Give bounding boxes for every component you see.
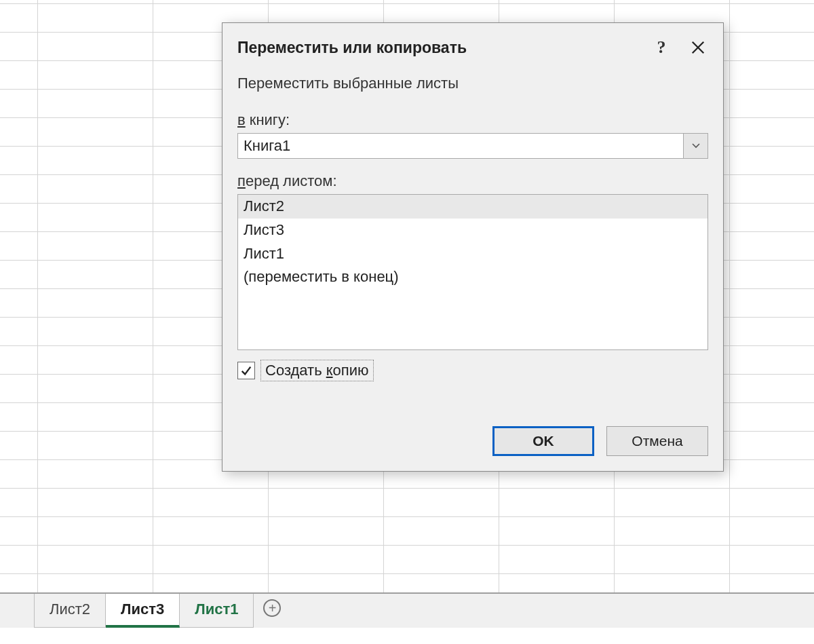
dialog-body: Переместить выбранные листы в книгу: пер…: [222, 72, 723, 426]
new-sheet-button[interactable]: +: [254, 594, 290, 617]
to-book-combobox[interactable]: [237, 133, 708, 159]
list-item[interactable]: Лист2: [238, 195, 708, 219]
checkmark-icon: [240, 364, 252, 377]
move-or-copy-dialog: Переместить или копировать ? Переместить…: [222, 22, 724, 472]
help-button[interactable]: ?: [643, 34, 680, 61]
create-copy-checkbox[interactable]: [237, 362, 255, 379]
before-sheet-label: перед листом:: [237, 172, 708, 190]
sheet-tab[interactable]: Лист2: [34, 594, 106, 628]
close-button[interactable]: [680, 34, 716, 61]
sheet-tabs-bar: Лист2Лист3Лист1 +: [0, 592, 814, 628]
tabs-spacer: [0, 594, 34, 628]
dialog-title: Переместить или копировать: [237, 39, 643, 57]
chevron-down-icon: [692, 143, 700, 149]
dialog-subtitle: Переместить выбранные листы: [237, 75, 708, 92]
list-item[interactable]: Лист1: [238, 242, 708, 266]
create-copy-row: Создать копию: [237, 360, 708, 381]
sheet-tab[interactable]: Лист1: [180, 594, 254, 628]
before-sheet-listbox[interactable]: Лист2Лист3Лист1(переместить в конец): [237, 194, 708, 350]
cancel-button[interactable]: Отмена: [606, 426, 708, 456]
dialog-button-row: OK Отмена: [222, 426, 723, 471]
close-icon: [691, 40, 705, 55]
to-book-value[interactable]: [238, 134, 683, 158]
list-item[interactable]: (переместить в конец): [238, 265, 708, 289]
sheet-tab[interactable]: Лист3: [106, 594, 180, 628]
combobox-dropdown-button[interactable]: [683, 134, 708, 158]
ok-button[interactable]: OK: [492, 426, 594, 456]
plus-icon: +: [263, 599, 281, 617]
to-book-label: в книгу:: [237, 111, 708, 129]
create-copy-label[interactable]: Создать копию: [260, 360, 374, 381]
dialog-titlebar[interactable]: Переместить или копировать ?: [222, 23, 723, 72]
list-item[interactable]: Лист3: [238, 219, 708, 242]
